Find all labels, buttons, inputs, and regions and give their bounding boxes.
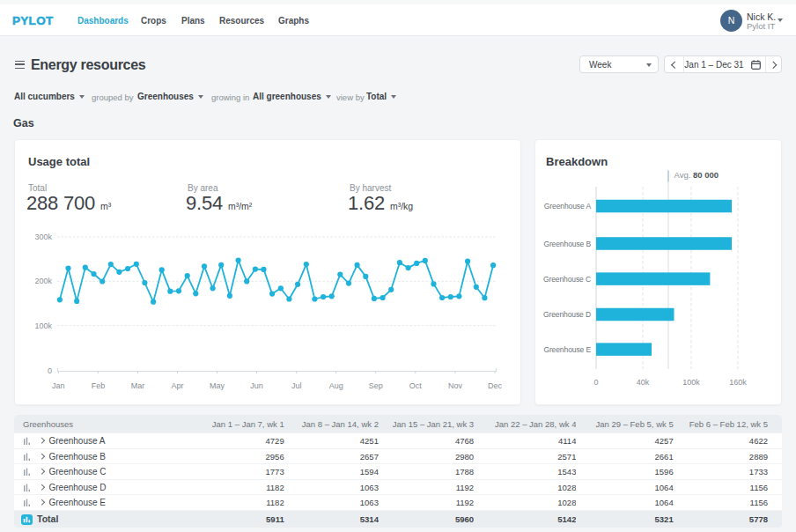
svg-text:Mar: Mar [131,381,145,390]
svg-text:Aug: Aug [329,381,343,390]
svg-text:Greenhouse C: Greenhouse C [543,275,591,284]
svg-text:40k: 40k [637,378,650,387]
svg-text:100k: 100k [34,321,52,330]
svg-text:Jul: Jul [291,381,302,390]
svg-text:Avg. 80 000: Avg. 80 000 [674,170,719,180]
svg-text:300k: 300k [34,233,52,241]
svg-text:Jun: Jun [250,381,263,390]
svg-text:Feb: Feb [92,381,106,390]
svg-text:Sep: Sep [369,381,383,390]
svg-text:Apr: Apr [171,381,183,390]
svg-text:100k: 100k [682,378,700,387]
svg-text:Dec: Dec [488,381,503,390]
svg-text:Greenhouse E: Greenhouse E [543,345,591,354]
svg-text:Greenhouse B: Greenhouse B [543,240,591,248]
svg-text:Jan: Jan [52,381,65,390]
svg-text:Greenhouse A: Greenhouse A [544,202,592,211]
svg-text:160k: 160k [729,378,747,387]
svg-text:Oct: Oct [409,381,423,390]
svg-text:Nov: Nov [448,381,463,390]
svg-text:0: 0 [593,378,598,387]
svg-text:May: May [210,381,225,390]
svg-text:0: 0 [48,366,52,375]
svg-text:Greenhouse D: Greenhouse D [543,310,591,319]
svg-text:200k: 200k [34,277,52,285]
